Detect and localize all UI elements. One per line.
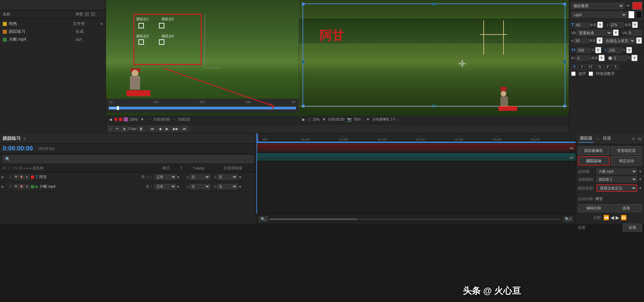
clip-video[interactable] — [256, 153, 576, 161]
scale-v-input[interactable] — [607, 48, 622, 53]
record-btn[interactable] — [114, 118, 118, 121]
list-item[interactable]: 跟踪练习 合成 — [0, 28, 106, 36]
type-down-btn[interactable]: ▼ — [639, 186, 642, 190]
track-point-box2[interactable] — [159, 23, 164, 28]
edge-handle-t[interactable] — [432, 3, 435, 5]
timeline-handle[interactable] — [117, 106, 119, 110]
layer-mode-select[interactable]: 正常 — [154, 184, 176, 189]
eye-btn[interactable]: 👁 — [14, 175, 18, 180]
stop-btn[interactable] — [119, 118, 122, 121]
scale-h-btn[interactable]: ▼ — [595, 47, 601, 53]
mode-down-btn[interactable]: ▼ — [176, 185, 180, 189]
trkmat-select[interactable]: 无 — [190, 184, 210, 189]
bg-color-btn[interactable] — [636, 11, 642, 18]
font-name-select[interactable]: 微软雅黑 — [571, 3, 624, 9]
parent-down-btn[interactable]: ▼ — [238, 175, 242, 179]
size-down-btn[interactable]: ▼ — [597, 22, 603, 28]
playhead[interactable] — [256, 142, 257, 214]
layer-solo-btn[interactable]: 串 — [146, 184, 149, 189]
tracker-down-btn[interactable]: ▼ — [639, 178, 642, 181]
edge-handle-l[interactable] — [302, 61, 305, 63]
track-type-select[interactable]: 透视边角定位 — [596, 184, 637, 192]
analyze-back-btn[interactable]: ◀ — [611, 215, 614, 220]
corner-handle-tr[interactable] — [563, 3, 566, 5]
snap-btn[interactable]: ⋯ — [146, 117, 152, 122]
last-frame-btn[interactable]: ⏭ — [181, 126, 188, 131]
zoom-in-btn[interactable]: 🔍+ — [563, 216, 573, 222]
track-point-box1[interactable] — [138, 23, 144, 28]
timeline-timecode[interactable]: 0:00:00:00 — [0, 144, 36, 153]
preview-left[interactable]: 跟踪点1 跟踪点2 跟踪点3 跟踪点4 — [106, 0, 299, 124]
stabilize-btn[interactable]: 稳定运动 — [611, 156, 642, 166]
tool-pen-btn[interactable]: ✏ — [114, 126, 120, 131]
clip-text[interactable] — [256, 144, 576, 151]
corner-handle-tl[interactable] — [302, 3, 305, 5]
warp-stabilizer-btn[interactable]: 变形稳定器 — [611, 146, 642, 155]
stroke-size-input[interactable] — [574, 38, 588, 43]
play-btn[interactable]: ▶ — [164, 126, 170, 131]
edit-font-btn[interactable]: ✏ — [626, 3, 631, 9]
text-color-btn[interactable] — [632, 2, 642, 10]
table-row[interactable]: ▶ 2 👁 🔇 ● ▶ 片断.mp4 串 / 正常 ▼ — [0, 182, 256, 192]
analyze-fwd-btn[interactable]: ▶ — [616, 215, 619, 220]
timeline-scrub[interactable] — [109, 107, 296, 109]
zoom-scrollbar[interactable] — [270, 219, 561, 220]
tracking-input[interactable] — [628, 30, 642, 36]
trkmat-select[interactable]: 无 — [190, 174, 210, 180]
analyze-prev-btn[interactable]: ⏪ — [603, 215, 609, 220]
prev-btn[interactable]: ◀ — [157, 126, 163, 131]
kerning-select[interactable]: 度量标准 — [577, 30, 612, 36]
stroke-down-btn[interactable]: ▼ — [596, 37, 602, 44]
bold-btn[interactable]: T — [571, 64, 578, 70]
kerning-down-btn[interactable]: ▼ — [613, 29, 619, 36]
preview-right[interactable]: 阿甘 — [299, 0, 569, 124]
parent-select[interactable]: 无 — [217, 174, 238, 180]
layer-star-btn[interactable]: ☆ — [146, 175, 149, 179]
tool-move-btn[interactable]: ↕ — [108, 126, 113, 131]
track-point-box3[interactable] — [138, 39, 144, 45]
track-point-box4[interactable] — [159, 39, 164, 45]
scale-v-btn[interactable]: ▼ — [626, 47, 632, 53]
motion-source-select[interactable]: 片断.mp4 — [596, 169, 637, 174]
tracker-tab-para[interactable]: 段落 — [602, 135, 613, 143]
color-btn[interactable] — [124, 117, 128, 121]
prev-frame-btn[interactable]: ◀ — [108, 117, 113, 122]
first-frame-btn[interactable]: ⏮ — [149, 126, 156, 131]
search-input[interactable] — [12, 157, 251, 161]
tracker-close-btn[interactable]: ✕ — [632, 136, 635, 141]
list-item[interactable]: 纯色 文件夹 ⊕ — [0, 20, 106, 28]
audio-btn[interactable]: 🔇 — [19, 175, 24, 180]
next-btn[interactable]: ▶▶ — [171, 126, 180, 131]
font-size-input[interactable] — [575, 22, 589, 28]
lh-down-btn[interactable]: ▼ — [632, 22, 638, 28]
solo-btn[interactable]: ● — [25, 184, 29, 189]
timeline-search[interactable]: 🔍 — [3, 155, 253, 163]
solo-btn[interactable]: ● — [25, 175, 29, 180]
line-height-input[interactable] — [609, 22, 624, 28]
parent-select[interactable]: 无 — [217, 184, 238, 189]
track-motion-btn[interactable]: 跟踪运动 — [578, 156, 610, 166]
edit-target-btn[interactable]: 编辑目标 — [578, 204, 609, 212]
subscript-btn[interactable]: T, — [613, 64, 620, 70]
eye-btn[interactable]: 👁 — [14, 184, 18, 189]
baseline-btn[interactable]: ▼ — [599, 55, 604, 61]
zoom-right-btn[interactable]: ▼ — [321, 117, 327, 122]
zoom-handle[interactable] — [270, 219, 357, 220]
stroke-color-btn[interactable] — [628, 11, 634, 18]
italic-btn[interactable]: T — [579, 64, 585, 70]
apply-btn[interactable]: 应用 — [623, 224, 642, 232]
tracker-tab-tracker[interactable]: 跟踪器 — [579, 135, 594, 143]
analyze-next-btn[interactable]: ⏩ — [621, 215, 627, 220]
allcaps-btn[interactable]: TT — [586, 64, 594, 70]
smallcaps-btn[interactable]: Tr — [596, 64, 603, 70]
gpu-btn[interactable]: □ — [307, 117, 312, 122]
table-row[interactable]: ▶ 1 👁 🔇 ● T 阿甘 串 ☆ / 正常 ▼ — [0, 172, 256, 182]
stroke-mode-select[interactable]: 在描边上填充 — [603, 38, 635, 44]
print-digits-checkbox[interactable] — [589, 71, 593, 76]
timecode-btn[interactable]: ⋯ — [171, 117, 177, 122]
connect-chars-checkbox[interactable] — [571, 71, 576, 76]
source-down-btn[interactable]: ▼ — [639, 170, 642, 173]
parent-down-btn[interactable]: ▼ — [238, 185, 242, 189]
layer-mode-select[interactable]: 正常 — [154, 174, 176, 180]
baseline-input[interactable] — [576, 55, 590, 61]
